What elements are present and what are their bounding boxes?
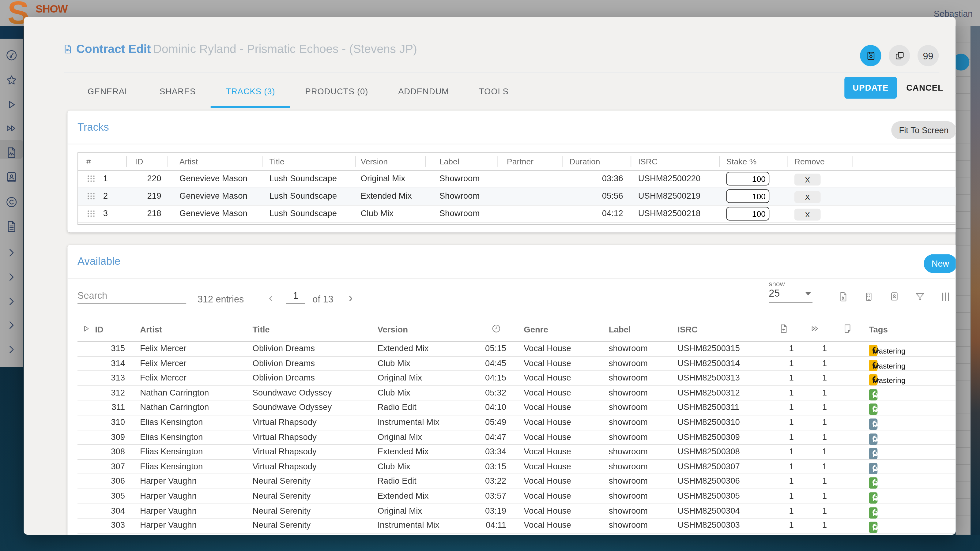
tab-tracks-3[interactable]: TRACKS (3): [211, 77, 290, 108]
sidebar-item-documents[interactable]: [0, 217, 23, 235]
sidebar-item-favorites[interactable]: [0, 71, 23, 89]
col-artist[interactable]: Artist: [180, 157, 198, 166]
stake-input[interactable]: [726, 207, 769, 221]
col-title[interactable]: Title: [269, 157, 285, 166]
sidebar-item-more-4[interactable]: [0, 316, 23, 334]
tracks-table-row[interactable]: 2 219 Genevieve Mason Lush Soundscape Ex…: [78, 187, 956, 205]
row-genre: Vocal House: [524, 417, 571, 427]
tab-addendum[interactable]: ADDENDUM: [383, 77, 464, 108]
tab-products-0[interactable]: PRODUCTS (0): [290, 77, 383, 108]
duplicate-button[interactable]: [889, 45, 910, 66]
remove-track-button[interactable]: X: [794, 191, 821, 203]
sidebar-item-queue[interactable]: [0, 119, 23, 137]
track-title: Lush Soundscape: [269, 209, 337, 218]
sidebar-item-contracts[interactable]: [0, 143, 23, 162]
col-version[interactable]: Version: [378, 325, 408, 334]
chevron-right-icon: [5, 343, 18, 356]
excel-export-icon[interactable]: [838, 291, 849, 302]
update-button[interactable]: UPDATE: [844, 77, 897, 98]
col-num[interactable]: #: [86, 157, 91, 166]
save-button[interactable]: [860, 45, 881, 66]
col-tags[interactable]: Tags: [869, 325, 888, 334]
label-company-icon[interactable]: [863, 291, 874, 302]
col-isrc[interactable]: ISRC: [638, 157, 657, 166]
col-title[interactable]: Title: [252, 325, 269, 334]
col-duration[interactable]: Duration: [569, 157, 600, 166]
col-remove[interactable]: Remove: [794, 157, 825, 166]
sidebar-item-more-1[interactable]: [0, 243, 23, 262]
tracks-table-row[interactable]: 3 218 Genevieve Mason Lush Soundscape Cl…: [78, 205, 956, 223]
available-table-row[interactable]: 311 Nathan Carrington Soundwave Odyssey …: [78, 401, 956, 415]
col-label[interactable]: Label: [439, 157, 460, 166]
col-artist[interactable]: Artist: [140, 325, 162, 334]
available-table-row[interactable]: 310 Elias Kensington Virtual Rhapsody In…: [78, 415, 956, 430]
tab-tools[interactable]: TOOLS: [464, 77, 524, 108]
sidebar-item-more-2[interactable]: [0, 267, 23, 286]
remove-track-button[interactable]: X: [794, 173, 821, 186]
col-isrc[interactable]: ISRC: [678, 325, 698, 334]
available-table-row[interactable]: 312 Nathan Carrington Soundwave Odyssey …: [78, 386, 956, 401]
chevron-right-icon: [5, 294, 18, 308]
col-id[interactable]: ID: [135, 157, 143, 166]
remove-track-button[interactable]: X: [794, 209, 821, 221]
available-table-row[interactable]: 315 Felix Mercer Oblivion Dreams Extende…: [78, 341, 956, 356]
available-table-row[interactable]: 313 Felix Mercer Oblivion Dreams Origina…: [78, 371, 956, 386]
tracks-table-row[interactable]: 1 220 Genevieve Mason Lush Soundscape Or…: [78, 170, 956, 188]
available-table-row[interactable]: 314 Felix Mercer Oblivion Dreams Club Mi…: [78, 356, 956, 371]
track-title: Lush Soundscape: [269, 173, 337, 183]
page-prev-button[interactable]: ‹: [269, 291, 273, 305]
files-column-icon[interactable]: [779, 324, 789, 335]
drag-handle-icon[interactable]: [87, 192, 95, 200]
available-table-row[interactable]: 307 Elias Kensington Virtual Rhapsody Cl…: [78, 460, 956, 475]
drag-handle-icon[interactable]: [87, 175, 95, 182]
entries-count: 312 entries: [197, 294, 244, 304]
tab-shares[interactable]: SHARES: [145, 77, 211, 108]
row-version: Extended Mix: [378, 343, 429, 353]
row-id: 305: [95, 491, 125, 500]
duration-column-icon[interactable]: [491, 324, 501, 335]
play-column-icon[interactable]: [81, 324, 91, 335]
tab-general[interactable]: GENERAL: [73, 77, 145, 108]
stake-input[interactable]: [726, 172, 769, 186]
new-button[interactable]: New: [924, 254, 956, 273]
filter-icon[interactable]: [915, 291, 926, 302]
col-stake[interactable]: Stake %: [726, 157, 756, 166]
track-version: Extended Mix: [361, 191, 412, 200]
notes-column-icon[interactable]: [843, 324, 853, 335]
col-genre[interactable]: Genre: [524, 325, 548, 334]
available-table-row[interactable]: 302 Zachary Ford Prismatic Motion Extend…: [78, 533, 956, 535]
sidebar-item-contacts[interactable]: [0, 167, 23, 186]
available-table-row[interactable]: 305 Harper Vaughn Neural Serenity Extend…: [78, 489, 956, 504]
available-table-row[interactable]: 304 Harper Vaughn Neural Serenity Origin…: [78, 504, 956, 519]
page-input[interactable]: [286, 287, 305, 304]
sidebar-brand-block: [0, 26, 23, 39]
fit-to-screen-button[interactable]: Fit To Screen: [891, 121, 956, 139]
cancel-button[interactable]: CANCEL: [906, 77, 943, 98]
sidebar-item-dashboard[interactable]: [0, 46, 23, 64]
versions-column-icon[interactable]: [810, 324, 820, 335]
sidebar-item-more-3[interactable]: [0, 292, 23, 310]
page-size-select[interactable]: show 25: [769, 280, 813, 303]
row-version: Radio Edit: [378, 403, 417, 412]
page-next-button[interactable]: ›: [349, 291, 353, 305]
contacts-icon[interactable]: [889, 291, 900, 302]
columns-icon[interactable]: [940, 291, 951, 302]
available-table-row[interactable]: 308 Elias Kensington Virtual Rhapsody Ex…: [78, 445, 956, 459]
stake-input[interactable]: [726, 189, 769, 203]
sidebar-item-copyright[interactable]: [0, 192, 23, 211]
available-table-row[interactable]: 303 Harper Vaughn Neural Serenity Instru…: [78, 519, 956, 533]
row-files-count: 1: [756, 359, 794, 368]
col-version[interactable]: Version: [361, 157, 388, 166]
available-table-row[interactable]: 306 Harper Vaughn Neural Serenity Radio …: [78, 475, 956, 489]
row-title: Soundwave Odyssey: [252, 403, 332, 412]
drag-handle-icon[interactable]: [87, 210, 95, 218]
notification-count-badge[interactable]: 99: [918, 45, 939, 66]
sidebar-item-player[interactable]: [0, 95, 23, 114]
search-input[interactable]: [78, 287, 186, 304]
col-label[interactable]: Label: [609, 325, 631, 334]
col-id[interactable]: ID: [95, 325, 103, 334]
available-table-row[interactable]: 309 Elias Kensington Virtual Rhapsody Or…: [78, 430, 956, 445]
sidebar-item-more-5[interactable]: [0, 340, 23, 359]
col-partner[interactable]: Partner: [507, 157, 533, 166]
row-id: 304: [95, 506, 125, 515]
